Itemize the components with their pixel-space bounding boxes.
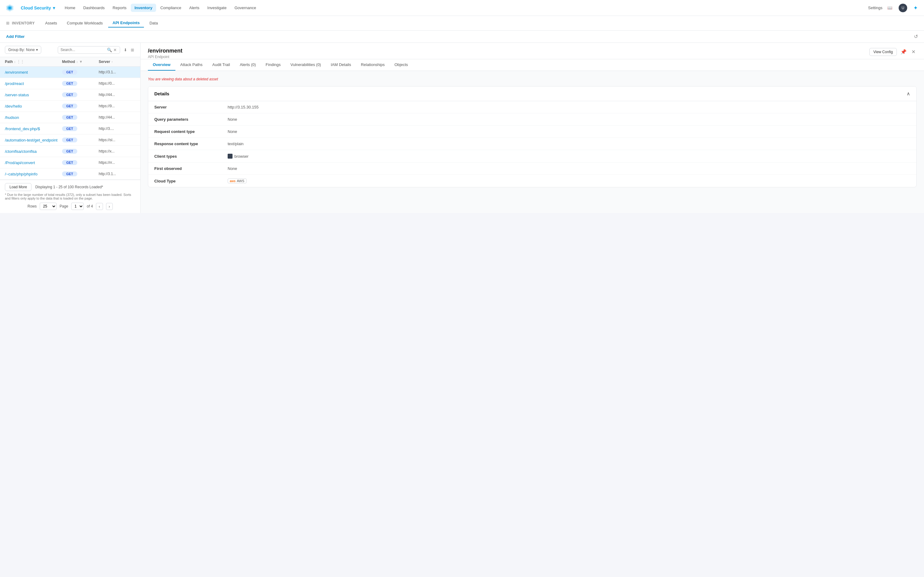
nav-item-investigate[interactable]: Investigate xyxy=(204,4,230,12)
pagination-row: Rows 25 50 100 Page 1 2 3 4 of 4 ‹ › xyxy=(5,203,135,210)
rows-label: Rows xyxy=(27,204,37,208)
view-config-button[interactable]: View Config xyxy=(869,48,897,56)
download-icon-button[interactable]: ⬇ xyxy=(122,47,128,53)
tab-relationships[interactable]: Relationships xyxy=(356,59,390,71)
server-text: https://sl... xyxy=(99,138,135,142)
table-row[interactable]: /frontend_dev.php/$ GET http://3.... xyxy=(0,123,140,134)
search-clear-button[interactable]: ✕ xyxy=(113,48,118,52)
group-by-dropdown-icon: ▾ xyxy=(36,48,38,52)
ai-icon: ✦ xyxy=(913,5,918,11)
path-link[interactable]: /dev/hello xyxy=(5,104,62,108)
add-filter-button[interactable]: Add Filter xyxy=(6,34,25,39)
path-link[interactable]: /prod/react xyxy=(5,81,62,86)
table-row[interactable]: /hudson GET http://44... xyxy=(0,112,140,123)
nav-item-governance[interactable]: Governance xyxy=(231,4,260,12)
aws-logo-icon: aws xyxy=(230,179,236,183)
method-badge: GET xyxy=(62,115,77,120)
table-row[interactable]: /environment GET http://3.1... xyxy=(0,67,140,78)
column-server[interactable]: Server ↑ xyxy=(99,60,135,64)
table-row[interactable]: /automation-test/get_endpoint GET https:… xyxy=(0,134,140,146)
table-row[interactable]: /server-status GET http://44... xyxy=(0,89,140,100)
next-page-button[interactable]: › xyxy=(106,203,113,210)
detail-row-server: Server http://3.15.30.155 xyxy=(148,101,916,113)
cloud-security-button[interactable]: Cloud Security ▾ xyxy=(18,4,58,11)
nav-item-alerts[interactable]: Alerts xyxy=(185,4,203,12)
sub-navigation: ⊞ INVENTORY Assets Compute Workloads API… xyxy=(0,16,924,31)
nav-item-inventory[interactable]: Inventory xyxy=(131,4,156,12)
reset-button[interactable]: ↺ xyxy=(914,34,918,39)
user-icon-button[interactable]: U xyxy=(897,2,908,13)
prev-page-button[interactable]: ‹ xyxy=(96,203,103,210)
path-link[interactable]: /hudson xyxy=(5,115,62,120)
server-text: https://0... xyxy=(99,81,135,85)
details-header: Details ∧ xyxy=(148,87,916,101)
note-text: * Due to the large number of total resul… xyxy=(5,193,135,200)
ai-icon-button[interactable]: ✦ xyxy=(912,3,919,13)
path-column-label: Path xyxy=(5,60,13,64)
table-row[interactable]: /prod/react GET https://0... xyxy=(0,78,140,89)
book-icon-button[interactable]: 📖 xyxy=(886,4,894,11)
path-link[interactable]: /automation-test/get_endpoint xyxy=(5,138,62,142)
table-row[interactable]: /dev/hello GET https://9... xyxy=(0,100,140,112)
columns-icon-button[interactable]: ⊞ xyxy=(130,47,135,53)
tab-api-endpoints[interactable]: API Endpoints xyxy=(108,19,144,27)
collapse-button[interactable]: ∧ xyxy=(906,91,910,97)
endpoint-title: /environment xyxy=(148,48,182,54)
path-link[interactable]: /frontend_dev.php/$ xyxy=(5,127,62,131)
tab-objects[interactable]: Objects xyxy=(390,59,413,71)
method-badge: GET xyxy=(62,137,77,142)
path-link[interactable]: /ctomflsa/ctomflsa xyxy=(5,149,62,154)
table-row[interactable]: /~cats/php/phpinfo GET http://3.1... xyxy=(0,168,140,180)
tab-attack-paths[interactable]: Attack Paths xyxy=(175,59,208,71)
request-type-value: None xyxy=(228,129,910,134)
path-drag-handle[interactable]: ⋮⋮ xyxy=(17,60,24,64)
path-link[interactable]: /Prod/api/convert xyxy=(5,160,62,165)
settings-button[interactable]: Settings xyxy=(868,5,882,10)
close-button[interactable]: ✕ xyxy=(910,48,917,56)
app-logo[interactable] xyxy=(5,3,14,13)
tab-findings[interactable]: Findings xyxy=(261,59,285,71)
endpoint-subtitle: API Endpoint xyxy=(148,55,182,59)
column-method[interactable]: Method ↕ ▼ xyxy=(62,60,99,64)
records-text: Displaying 1 - 25 of 100 Records Loaded* xyxy=(35,185,103,189)
client-types-text: browser xyxy=(234,154,248,159)
search-icon-button[interactable]: 🔍 xyxy=(106,48,113,52)
table-row[interactable]: /ctomflsa/ctomflsa GET https://x... xyxy=(0,146,140,157)
page-label: Page xyxy=(60,204,68,208)
cloud-security-label: Cloud Security xyxy=(21,5,51,10)
tab-assets[interactable]: Assets xyxy=(41,19,61,27)
path-link[interactable]: /server-status xyxy=(5,93,62,97)
tab-audit-trail[interactable]: Audit Trail xyxy=(208,59,235,71)
page-select[interactable]: 1 2 3 4 xyxy=(71,203,84,210)
server-value: http://3.15.30.155 xyxy=(228,105,910,110)
tab-iam-details[interactable]: IAM Details xyxy=(326,59,356,71)
path-link[interactable]: /~cats/php/phpinfo xyxy=(5,172,62,176)
tab-overview[interactable]: Overview xyxy=(148,59,175,71)
rows-select[interactable]: 25 50 100 xyxy=(40,203,56,210)
method-badge: GET xyxy=(62,92,77,97)
tab-alerts[interactable]: Alerts (0) xyxy=(235,59,261,71)
nav-item-compliance[interactable]: Compliance xyxy=(157,4,185,12)
path-link[interactable]: /environment xyxy=(5,70,62,74)
tab-compute[interactable]: Compute Workloads xyxy=(63,19,107,27)
tab-data[interactable]: Data xyxy=(145,19,162,27)
load-more-button[interactable]: Load More xyxy=(5,183,31,191)
server-text: https://9... xyxy=(99,104,135,108)
user-avatar: U xyxy=(899,4,907,12)
tab-vulnerabilities[interactable]: Vulnerabilities (0) xyxy=(286,59,326,71)
search-input[interactable] xyxy=(61,48,106,52)
table-row[interactable]: /Prod/api/convert GET https://rr... xyxy=(0,157,140,168)
column-path[interactable]: Path ↕ ⋮⋮ xyxy=(5,60,62,64)
filter-bar: Add Filter ↺ xyxy=(0,31,924,43)
nav-item-reports[interactable]: Reports xyxy=(109,4,130,12)
response-type-value: text/plain xyxy=(228,142,910,146)
server-text: https://rr... xyxy=(99,160,135,165)
book-icon: 📖 xyxy=(887,5,893,10)
detail-row-response-type: Response content type text/plain xyxy=(148,138,916,150)
group-by-button[interactable]: Group By: None ▾ xyxy=(5,46,41,54)
detail-tabs: Overview Attack Paths Audit Trail Alerts… xyxy=(140,59,924,71)
nav-item-dashboards[interactable]: Dashboards xyxy=(79,4,108,12)
pin-button[interactable]: 📌 xyxy=(899,48,908,56)
nav-item-home[interactable]: Home xyxy=(61,4,79,12)
first-observed-label: First observed xyxy=(154,166,228,171)
